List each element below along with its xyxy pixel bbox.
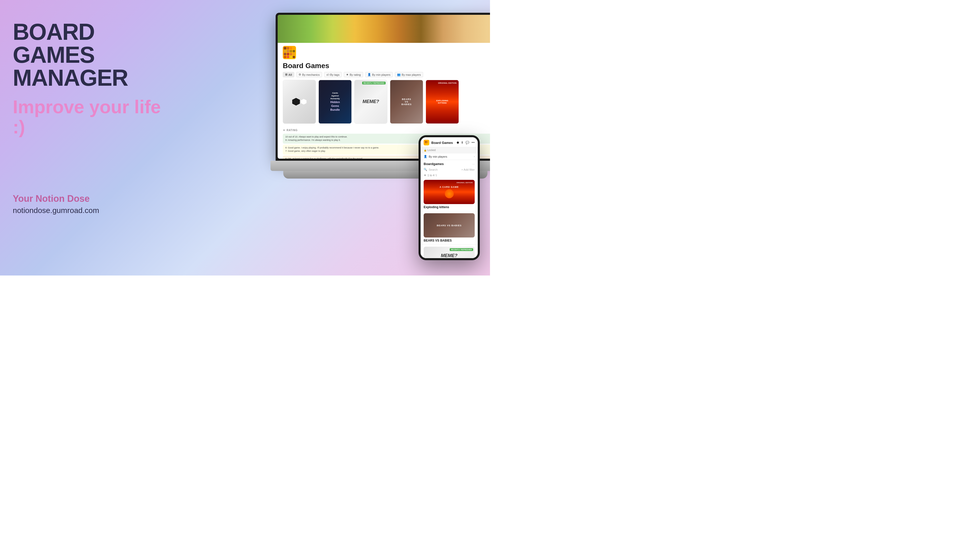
phone-filter-label: By min players — [429, 155, 473, 158]
brand: Your Notion Dose notiondose.gumroad.com — [13, 193, 166, 215]
notion-icon-box — [283, 46, 296, 59]
icon-cell-7 — [290, 50, 292, 52]
phone-bears-text: BEARS VS BABIES — [437, 224, 462, 227]
phone-group-label: 1 to 4 — [428, 174, 434, 177]
bears-card-image: BEARSVSBABIES — [390, 80, 423, 124]
gallery-card-bears[interactable]: BEARSVSBABIES BEARS VS BABIES 5-30 min — [390, 80, 423, 124]
phone-filter-chevron-icon: › — [474, 155, 475, 158]
gallery-card-hive[interactable]: Hive 5-30 min Players: 2-2 — [283, 80, 316, 124]
phone-meme-bg: MEME? RECENTLY REFRESHED — [424, 247, 475, 258]
filter-tags-icon: 🏷 — [326, 73, 329, 76]
icon-cell-15 — [290, 56, 292, 59]
icon-cell-16 — [293, 56, 295, 59]
phone-icon-cell-2 — [427, 141, 428, 143]
icon-cell-12 — [293, 53, 295, 56]
phone-search-icon: 🔍 — [424, 168, 427, 171]
filter-max-players[interactable]: 👥 By max players — [395, 72, 423, 77]
hero-board-image — [278, 15, 490, 43]
rating-header: ▼ RATING — [283, 129, 490, 132]
rating-header-label: RATING — [286, 129, 298, 132]
phone-title: Board Games — [431, 141, 455, 144]
notion-page-title: Board Games — [278, 61, 490, 72]
filter-tags[interactable]: 🏷 By tags — [324, 72, 342, 77]
filter-mechanics[interactable]: ⚙ By mechanics — [296, 72, 322, 77]
phone-filter-bar[interactable]: 👤 By min players › — [421, 153, 478, 160]
phone-locked-icon: 🔒 — [424, 149, 427, 151]
phone-share-icon[interactable]: ⬆ — [461, 141, 463, 144]
phone-locked-bar: 🔒 Locked — [421, 147, 478, 153]
phone-icon-cell-3 — [425, 143, 426, 144]
icon-cell-13 — [284, 56, 286, 59]
phone-ek-bg: ORIGINAL EDITION A CARD GAME — [424, 180, 475, 204]
notion-gallery: Hive 5-30 min Players: 2-2 CardsAg — [278, 80, 490, 127]
phone-ek-image: ORIGINAL EDITION A CARD GAME — [424, 180, 475, 204]
gallery-card-meme[interactable]: MEME? RECENTLY REFRESHED What Do You Mem… — [354, 80, 387, 124]
phone-bears-title: BEARS VS BABIES — [424, 239, 475, 242]
phone-search-input[interactable]: Search — [429, 168, 460, 171]
meme-card-image: MEME? RECENTLY REFRESHED — [355, 80, 387, 124]
phone-cards-list: ORIGINAL EDITION A CARD GAME Exploding k… — [421, 178, 478, 258]
gallery-card-hidden-gems[interactable]: CardsAgainstHumanityHiddenGemsBundle Car… — [318, 80, 352, 124]
notion-icon-area — [278, 43, 490, 61]
meme-text: MEME? — [363, 99, 379, 104]
icon-cell-10 — [287, 53, 290, 56]
filter-all-label: All — [288, 73, 292, 76]
phone-locked-text: Locked — [428, 149, 436, 151]
bears-text: BEARSVSBABIES — [401, 98, 412, 106]
brand-url: notiondose.gumroad.com — [13, 206, 166, 215]
icon-cell-5 — [284, 50, 286, 52]
left-panel: BOARD GAMES MANAGER Improve your life :)… — [13, 21, 166, 215]
phone-container: Board Games ⬆ 💬 ••• 🔒 Locked 👤 By min pl… — [418, 135, 480, 260]
icon-cell-6 — [287, 50, 290, 52]
filter-rating[interactable]: ★ By rating — [344, 72, 363, 77]
hidden-gems-text: CardsAgainstHumanityHiddenGemsBundle — [330, 92, 340, 112]
filter-min-players-icon: 👤 — [368, 73, 371, 76]
phone-notion-icon — [424, 140, 429, 145]
phone-db-header: Boardgames ··· — [421, 160, 478, 167]
icon-cell-4 — [293, 47, 295, 49]
ek-original-label: ORIGINAL EDITION — [438, 82, 457, 84]
phone-card-exploding-kittens[interactable]: ORIGINAL EDITION A CARD GAME Exploding k… — [421, 178, 478, 211]
phone-bears-image: BEARS VS BABIES — [424, 213, 475, 238]
phone-comment-icon[interactable]: 💬 — [466, 141, 469, 144]
phone-ek-card-label: A CARD GAME — [439, 186, 458, 188]
phone-add-filter[interactable]: + Add filter — [461, 168, 475, 171]
subtitle: Improve your life :) — [13, 97, 166, 137]
phone-db-title: Boardgames — [424, 162, 471, 166]
filter-rating-label: By rating — [350, 73, 361, 76]
phone-group-header: ▼ 1 to 4 5 — [421, 172, 478, 178]
icon-cell-14 — [287, 56, 290, 59]
phone-card-meme[interactable]: MEME? RECENTLY REFRESHED What Do You Mem… — [421, 245, 478, 258]
main-title: BOARD GAMES MANAGER — [13, 21, 166, 89]
filter-tags-label: By tags — [330, 73, 340, 76]
phone-inner: Board Games ⬆ 💬 ••• 🔒 Locked 👤 By min pl… — [421, 137, 478, 258]
phone-meme-image: MEME? RECENTLY REFRESHED — [424, 247, 475, 258]
icon-cell-11 — [290, 53, 292, 56]
phone-group-count: 5 — [435, 174, 437, 177]
hive-piece-1 — [292, 98, 300, 106]
ek-label: EXPLODINGKITTENS — [436, 100, 448, 104]
phone-meme-text: MEME? — [441, 253, 458, 259]
phone-actions[interactable]: ⬆ 💬 ••• — [461, 141, 475, 144]
phone-icon-grid — [425, 141, 428, 144]
icon-cell-1 — [284, 47, 286, 49]
notion-filters[interactable]: ⊞ All ⚙ By mechanics 🏷 By tags ★ By rati… — [278, 72, 490, 80]
gallery-card-exploding-kittens[interactable]: ORIGINAL EDITION EXPLODINGKITTENS — [426, 80, 459, 124]
filter-all[interactable]: ⊞ All — [283, 72, 294, 77]
phone-icon-cell-1 — [425, 141, 426, 143]
phone-search-bar[interactable]: 🔍 Search + Add filter — [421, 167, 478, 172]
person-icon: 👤 — [424, 155, 427, 158]
brand-name: Your Notion Dose — [13, 193, 166, 204]
hidden-gems-card-image: CardsAgainstHumanityHiddenGemsBundle — [319, 80, 352, 124]
filter-max-players-label: By max players — [402, 73, 421, 76]
phone-group-chevron-icon: ▼ — [424, 174, 426, 177]
icon-cell-3 — [290, 47, 292, 49]
filter-mechanics-label: By mechanics — [302, 73, 320, 76]
phone-header: Board Games ⬆ 💬 ••• — [421, 137, 478, 147]
phone-more-icon[interactable]: ••• — [471, 141, 475, 144]
phone-card-bears[interactable]: BEARS VS BABIES BEARS VS BABIES — [421, 211, 478, 245]
hive-piece-2 — [301, 99, 307, 105]
phone-ek-title: Exploding kittens — [424, 205, 475, 209]
filter-max-players-icon: 👥 — [397, 73, 401, 76]
filter-min-players[interactable]: 👤 By min players — [365, 72, 393, 77]
